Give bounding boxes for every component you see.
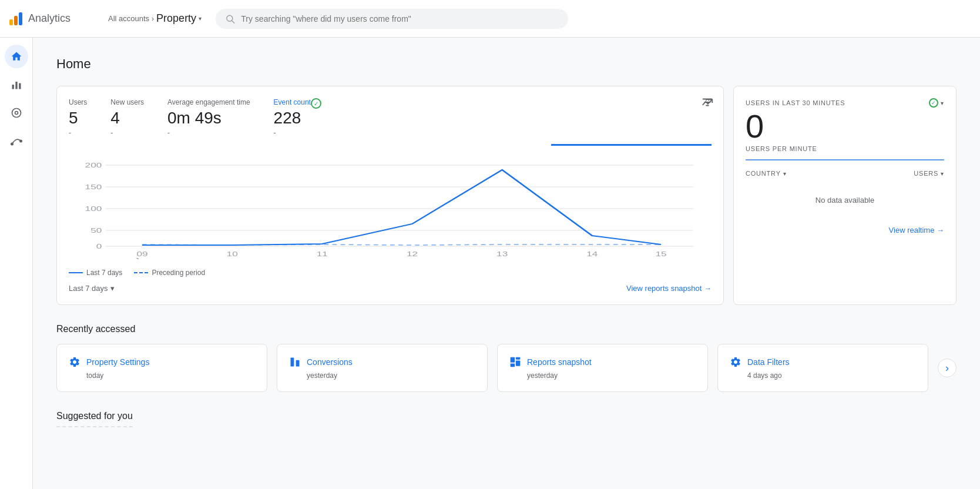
no-data-text: No data available	[746, 184, 944, 216]
recently-accessed-title: Recently accessed	[56, 324, 956, 334]
app-title: Analytics	[28, 12, 71, 25]
recently-accessed-section: Recently accessed Property Settings toda…	[56, 324, 956, 392]
view-realtime-link[interactable]: View realtime →	[889, 226, 944, 235]
svg-rect-28	[291, 358, 294, 367]
recent-cards-row: Property Settings today Conversions yest…	[56, 344, 928, 392]
svg-rect-29	[296, 360, 300, 367]
chart-legend: Last 7 days Preceding period	[69, 269, 711, 277]
reports-snapshot-icon	[509, 356, 521, 368]
svg-point-7	[11, 143, 12, 145]
svg-rect-31	[516, 357, 521, 360]
svg-text:15: 15	[655, 250, 666, 257]
svg-text:100: 100	[85, 205, 102, 212]
svg-text:10: 10	[227, 250, 238, 257]
recent-card-property-settings[interactable]: Property Settings today	[56, 344, 267, 392]
users-dropdown-icon[interactable]: ▾	[941, 170, 944, 177]
stat-engagement-time: Average engagement time 0m 49s -	[167, 98, 250, 137]
svg-text:14: 14	[586, 250, 598, 257]
stats-row: Users 5 - New users 4 - Average engageme…	[69, 98, 711, 137]
advertising-icon	[11, 135, 22, 147]
svg-text:11: 11	[317, 250, 328, 257]
realtime-count: 0	[746, 110, 944, 143]
bar-chart-icon	[11, 79, 22, 91]
svg-text:0: 0	[96, 243, 102, 250]
gear-icon	[69, 356, 80, 368]
users-per-minute-label: USERS PER MINUTE	[746, 145, 944, 152]
legend-dashed-line	[134, 272, 148, 273]
conversions-icon	[289, 356, 301, 368]
data-filters-icon	[730, 356, 741, 368]
stat-new-users: New users 4 -	[110, 98, 144, 137]
country-users-header: COUNTRY ▾ USERS ▾	[746, 170, 944, 177]
svg-rect-4	[19, 83, 21, 89]
legend-last7days: Last 7 days	[69, 269, 122, 277]
recent-card-reports-snapshot[interactable]: Reports snapshot yesterday	[497, 344, 708, 392]
all-accounts-button[interactable]: All accounts ›	[108, 14, 154, 23]
chevron-down-icon: ▾	[110, 284, 115, 293]
search-input[interactable]	[241, 14, 559, 24]
card-footer: Last 7 days ▾ View reports snapshot →	[69, 284, 711, 293]
topbar: Analytics All accounts › Property ▾	[0, 0, 980, 38]
realtime-verified-icon: ✓	[929, 98, 938, 108]
main-content: Home Users 5	[33, 38, 980, 489]
realtime-card-footer: View realtime →	[746, 216, 944, 235]
svg-point-8	[19, 140, 21, 142]
search-icon	[225, 14, 235, 24]
svg-rect-2	[12, 85, 14, 89]
realtime-card: USERS IN LAST 30 MINUTES ✓ ▾ 0 USERS PER…	[733, 86, 956, 305]
svg-rect-32	[516, 361, 521, 366]
svg-text:50: 50	[90, 227, 102, 234]
stat-users: Users 5 -	[69, 98, 87, 137]
sidebar-item-advertising[interactable]	[5, 129, 28, 153]
view-reports-snapshot-link[interactable]: View reports snapshot →	[626, 284, 711, 293]
sidebar-item-reports[interactable]	[5, 73, 28, 96]
analytics-logo-icon	[9, 12, 22, 25]
cards-row: Users 5 - New users 4 - Average engageme…	[56, 86, 956, 305]
svg-rect-33	[511, 364, 515, 367]
recent-cards-next-button[interactable]: ›	[938, 359, 956, 377]
verified-icon: ✓	[311, 98, 321, 109]
sidebar	[0, 38, 33, 489]
property-button[interactable]: Property ▾	[156, 12, 202, 25]
realtime-title: USERS IN LAST 30 MINUTES ✓ ▾	[746, 98, 944, 108]
svg-text:200: 200	[85, 162, 102, 169]
svg-rect-30	[511, 357, 515, 363]
home-icon	[11, 51, 22, 62]
sidebar-item-explore[interactable]	[5, 101, 28, 125]
svg-rect-3	[15, 82, 17, 89]
svg-text:12: 12	[407, 250, 418, 257]
logo-area: Analytics	[9, 12, 103, 25]
explore-icon	[11, 107, 22, 119]
realtime-dropdown-icon[interactable]: ▾	[941, 100, 944, 106]
sidebar-item-home[interactable]	[5, 45, 28, 68]
chart-container: 200 150 100 50 0 09 Jun 10 11 12 13 14 1…	[69, 153, 711, 259]
breadcrumb: All accounts › Property ▾	[108, 12, 202, 25]
country-dropdown-icon[interactable]: ▾	[783, 170, 787, 177]
search-bar	[216, 9, 568, 29]
suggested-section: Suggested for you	[56, 411, 956, 427]
customize-icon[interactable]	[701, 96, 714, 110]
svg-text:13: 13	[496, 250, 508, 257]
realtime-graph-line	[746, 159, 944, 160]
chevron-right-icon: ›	[152, 15, 154, 23]
svg-point-5	[12, 109, 21, 118]
stat-event-count: Event count 228 - ✓	[274, 98, 321, 137]
chevron-down-icon: ▾	[199, 15, 202, 22]
svg-point-6	[15, 112, 18, 115]
svg-line-1	[232, 21, 234, 23]
legend-solid-line	[69, 272, 83, 273]
recent-card-conversions[interactable]: Conversions yesterday	[277, 344, 488, 392]
recent-card-data-filters[interactable]: Data Filters 4 days ago	[717, 344, 928, 392]
suggested-title: Suggested for you	[56, 411, 133, 427]
svg-text:150: 150	[85, 183, 102, 190]
legend-preceding: Preceding period	[134, 269, 205, 277]
svg-text:Jun: Jun	[134, 257, 150, 259]
page-title: Home	[56, 56, 956, 72]
stats-chart-card: Users 5 - New users 4 - Average engageme…	[56, 86, 724, 305]
date-range-button[interactable]: Last 7 days ▾	[69, 284, 115, 293]
